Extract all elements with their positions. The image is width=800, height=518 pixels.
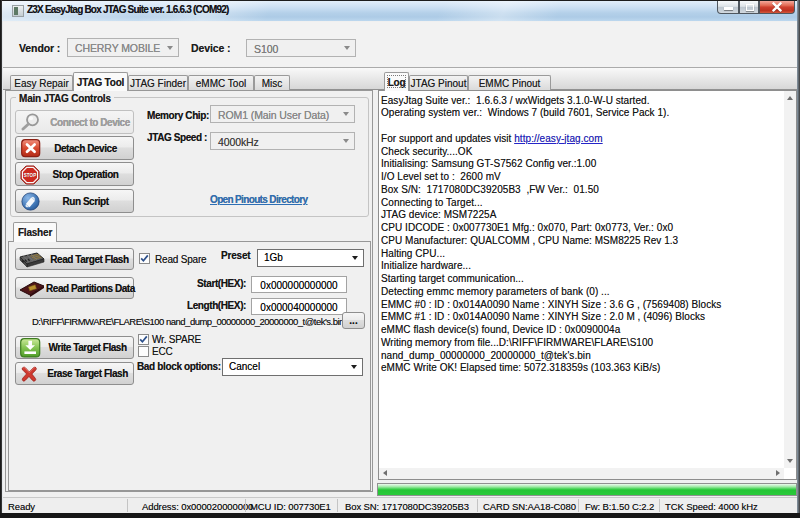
svg-text:STOP: STOP (24, 173, 36, 178)
